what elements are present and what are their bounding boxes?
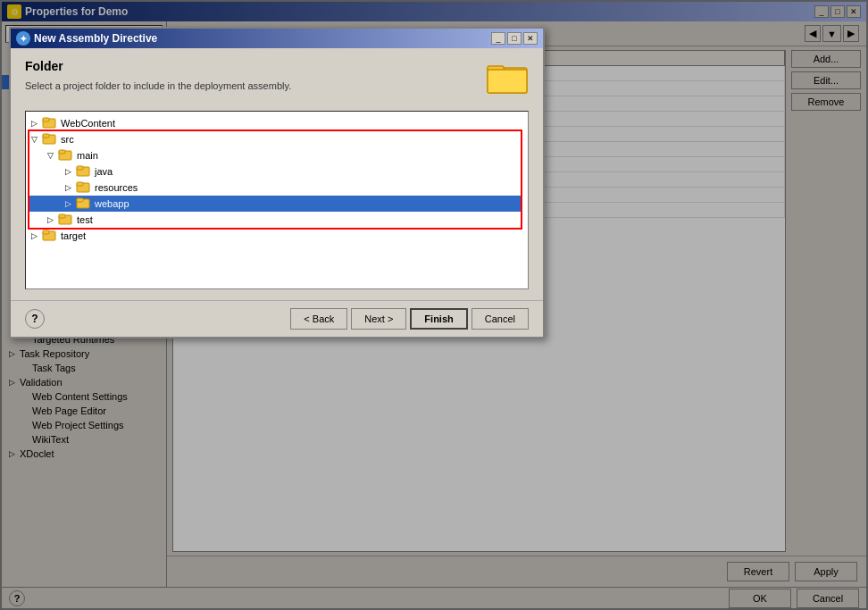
dialog-content: Folder Select a project folder to includ… <box>167 48 543 300</box>
dialog-overlay: ✦ New Assembly Directive _ □ ✕ <box>167 21 866 587</box>
next-button[interactable]: Next > <box>351 308 406 330</box>
dialog-description: Select a project folder to include in th… <box>167 80 291 91</box>
back-button[interactable]: < Back <box>290 308 347 330</box>
tree-node-test[interactable]: ▷ test <box>167 212 521 228</box>
main-window: ⚙ Properties for Demo _ □ ✕ ▷ Resource B… <box>0 0 868 610</box>
dialog-maximize-button[interactable]: □ <box>507 32 522 45</box>
tree-node-main[interactable]: ▽ main <box>167 147 521 163</box>
dialog-close-button[interactable]: ✕ <box>523 32 538 45</box>
tree-node-webapp[interactable]: ▷ webapp <box>167 196 521 212</box>
main-content: ▷ Resource Builders Deployment Assembly <box>2 21 866 587</box>
dialog-header-text: Folder Select a project folder to includ… <box>167 59 291 102</box>
svg-rect-2 <box>488 70 527 93</box>
cancel-button[interactable]: Cancel <box>472 308 529 330</box>
dialog-bottom-bar: ? < Back Next > Finish Cancel <box>167 300 543 337</box>
dialog-tree[interactable]: ▷ WebContent ▽ <box>167 111 529 289</box>
dialog-section-title: Folder <box>167 59 291 73</box>
dialog-nav-buttons: < Back Next > Finish Cancel <box>290 308 529 330</box>
new-assembly-directive-dialog: ✦ New Assembly Directive _ □ ✕ <box>167 27 545 338</box>
dialog-controls: _ □ ✕ <box>491 32 538 45</box>
tree-node-resources[interactable]: ▷ resources <box>167 180 521 196</box>
folder-icon-large <box>486 59 529 95</box>
dialog-header-row: Folder Select a project folder to includ… <box>167 59 529 102</box>
right-panel: Web Deployment Assembly ◀ ▼ ▶ Source <box>167 21 866 587</box>
tree-node-src-selected: ▽ src ▽ <box>167 131 521 228</box>
tree-node-target[interactable]: ▷ target <box>167 228 524 244</box>
tree-node-src[interactable]: ▽ src <box>167 131 521 147</box>
dialog-minimize-button[interactable]: _ <box>491 32 505 45</box>
tree-node-java[interactable]: ▷ java <box>167 163 521 180</box>
dialog-title-bar: ✦ New Assembly Directive _ □ ✕ <box>167 29 543 48</box>
finish-button[interactable]: Finish <box>410 308 467 330</box>
tree-node-webcontent[interactable]: ▷ WebContent <box>167 115 524 131</box>
